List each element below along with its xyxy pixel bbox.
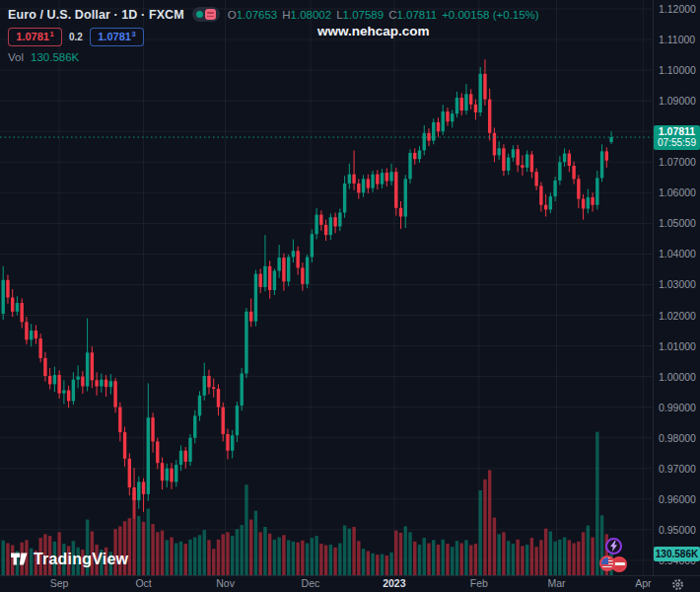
price-axis-label: 0.97000 xyxy=(659,463,700,475)
time-axis-label: Sep xyxy=(50,577,69,589)
price-axis-label: 0.99000 xyxy=(659,402,700,413)
economic-event-lightning-icon[interactable] xyxy=(605,538,622,555)
economic-event-flags[interactable] xyxy=(599,555,629,573)
bar-countdown: 07:55:59 xyxy=(654,137,700,148)
low-value: 1.07589 xyxy=(343,9,385,21)
time-axis-label: 2023 xyxy=(383,577,405,589)
high-value: 1.08002 xyxy=(291,9,332,21)
price-axis-label: 1.06000 xyxy=(659,186,700,198)
price-axis-label: 1.09000 xyxy=(659,95,700,107)
volume-axis-tag: 130.586K xyxy=(654,547,700,561)
time-axis-label: Feb xyxy=(470,577,488,589)
time-axis-label: Mar xyxy=(547,577,565,589)
volume-value: 130.586K xyxy=(31,51,79,63)
tradingview-logo-link[interactable]: TradingView xyxy=(10,550,128,568)
tradingview-logo-icon xyxy=(10,550,29,568)
tradingview-logo-text: TradingView xyxy=(34,551,128,568)
price-axis-label: 0.96000 xyxy=(659,493,700,505)
last-price-value: 1.07811 xyxy=(654,126,700,137)
price-axis-label: 1.03000 xyxy=(659,278,700,290)
spread-value: 0.2 xyxy=(69,32,83,42)
open-value: 1.07653 xyxy=(237,9,278,21)
price-axis-label: 1.01000 xyxy=(659,340,700,352)
price-axis-label: 1.05000 xyxy=(659,217,700,229)
ohlc-readout: O1.07653 H1.08002 L1.07589 C1.07811 +0.0… xyxy=(228,9,539,21)
sell-button[interactable]: 1.07811 xyxy=(8,28,62,46)
time-axis-label: Nov xyxy=(216,577,235,589)
price-axis-label: 0.98000 xyxy=(659,432,700,444)
price-axis-label: 0.95000 xyxy=(659,524,700,536)
price-axis-label: 1.00000 xyxy=(659,371,700,383)
us-flag-event-icon xyxy=(599,555,615,571)
symbol-title[interactable]: Euro / U.S. Dollar · 1D · FXCM xyxy=(8,8,184,22)
candlestick-plot[interactable] xyxy=(0,0,700,592)
volume-readout: Vol 130.586K xyxy=(8,51,539,63)
last-price-tag[interactable]: 1.07811 07:55:59 xyxy=(654,125,700,150)
close-value: 1.07811 xyxy=(396,9,437,21)
lightning-bolt-icon xyxy=(609,541,618,552)
time-axis-settings-gear-icon[interactable] xyxy=(671,577,684,592)
change-value: +0.00158 (+0.15%) xyxy=(442,9,538,21)
price-axis-label: 1.04000 xyxy=(659,248,700,259)
chart-legend: Euro / U.S. Dollar · 1D · FXCM O1.07653 … xyxy=(8,6,539,63)
buy-button[interactable]: 1.07813 xyxy=(90,28,144,46)
price-axis-label: 1.07000 xyxy=(659,156,700,168)
price-axis-label: 1.10000 xyxy=(659,64,700,76)
price-axis-label: 1.12000 xyxy=(659,3,700,15)
time-axis-label: Oct xyxy=(135,577,151,589)
source-visibility-toggle[interactable] xyxy=(192,7,220,22)
chart-widget: Euro / U.S. Dollar · 1D · FXCM O1.07653 … xyxy=(0,0,700,592)
time-axis-label: Dec xyxy=(302,577,320,589)
price-axis-label: 1.02000 xyxy=(659,310,700,322)
pink-list-icon xyxy=(205,9,216,20)
time-axis-label: Apr xyxy=(635,577,651,589)
price-axis-label: 1.11000 xyxy=(659,34,700,45)
green-dot-icon xyxy=(196,11,203,18)
